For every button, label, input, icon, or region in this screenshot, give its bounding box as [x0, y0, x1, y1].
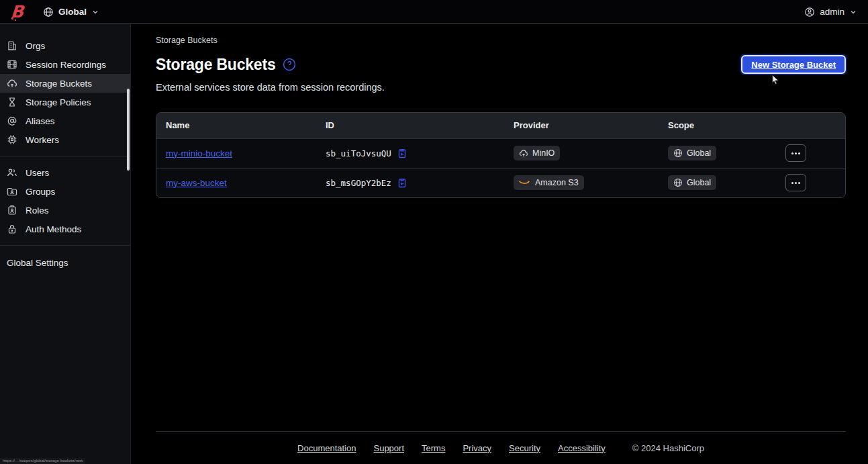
- sidebar-item-label: Aliases: [26, 116, 55, 126]
- column-header-id: ID: [316, 120, 504, 130]
- users-icon: [7, 167, 17, 178]
- table-row: my-minio-bucket sb_uiToJvsuQU MinIO: [156, 138, 845, 168]
- clipboard-copy-icon: [397, 148, 407, 158]
- row-overflow-menu-button[interactable]: [785, 144, 806, 162]
- sidebar-item-label: Users: [26, 168, 49, 178]
- page-description: External services store data from sessio…: [156, 82, 846, 93]
- sidebar: Orgs Session Recordings Storage Buckets …: [0, 24, 131, 464]
- user-circle-icon: [804, 7, 815, 17]
- sidebar-scrollbar-thumb[interactable]: [127, 89, 130, 171]
- sidebar-divider: [0, 245, 130, 246]
- storage-buckets-table: Name ID Provider Scope my-minio-bucket s…: [156, 112, 846, 198]
- sidebar-item-label: Orgs: [26, 41, 45, 51]
- aws-icon: [519, 180, 531, 186]
- page-title: Storage Buckets: [156, 56, 296, 74]
- lock-icon: [7, 224, 17, 234]
- scope-picker-label: Global: [58, 7, 87, 17]
- sidebar-item-label: Storage Policies: [26, 97, 91, 107]
- bucket-name-link[interactable]: my-aws-bucket: [166, 178, 227, 188]
- clipboard-copy-icon: [397, 177, 407, 188]
- provider-badge: MinIO: [514, 146, 560, 160]
- footer-link-privacy[interactable]: Privacy: [463, 443, 491, 453]
- user-menu-label: admin: [820, 7, 845, 17]
- sidebar-item-global-settings[interactable]: Global Settings: [0, 252, 130, 273]
- boundary-logo[interactable]: B: [11, 3, 28, 21]
- scope-badge: Global: [668, 146, 716, 160]
- main-content: Storage Buckets Storage Buckets New Stor…: [131, 24, 868, 464]
- cloud-upload-icon: [519, 148, 528, 158]
- sidebar-item-orgs[interactable]: Orgs: [0, 36, 130, 55]
- footer-link-security[interactable]: Security: [509, 443, 540, 453]
- sidebar-item-groups[interactable]: Groups: [0, 182, 130, 201]
- globe-icon: [43, 7, 54, 17]
- page-footer: Documentation Support Terms Privacy Secu…: [156, 431, 846, 464]
- table-row: my-aws-bucket sb_msGOpY2bEz Amazon S3: [156, 168, 845, 197]
- sidebar-item-storage-policies[interactable]: Storage Policies: [0, 93, 130, 111]
- bucket-id: sb_msGOpY2bEz: [326, 178, 391, 188]
- hourglass-icon: [7, 97, 17, 107]
- globe-icon: [673, 148, 683, 158]
- provider-badge: Amazon S3: [514, 175, 584, 190]
- scope-badge: Global: [668, 175, 716, 190]
- globe-icon: [673, 178, 683, 187]
- sidebar-item-roles[interactable]: Roles: [0, 201, 130, 220]
- column-header-scope: Scope: [659, 120, 776, 130]
- sidebar-item-label: Roles: [26, 205, 49, 216]
- folder-users-icon: [7, 186, 17, 197]
- user-menu[interactable]: admin: [804, 7, 857, 17]
- sidebar-item-label: Auth Methods: [26, 224, 81, 234]
- footer-link-accessibility[interactable]: Accessibility: [558, 443, 606, 453]
- column-header-provider: Provider: [504, 120, 659, 130]
- copyright-text: © 2024 HashiCorp: [632, 443, 704, 453]
- sidebar-divider: [0, 156, 130, 156]
- sidebar-item-label: Session Recordings: [26, 60, 106, 70]
- new-storage-bucket-button[interactable]: New Storage Bucket: [741, 55, 846, 74]
- sidebar-item-auth-methods[interactable]: Auth Methods: [0, 220, 130, 238]
- cloud-upload-icon: [7, 78, 17, 89]
- sidebar-item-label: Workers: [26, 135, 59, 145]
- sidebar-item-storage-buckets[interactable]: Storage Buckets: [0, 74, 130, 93]
- cpu-icon: [7, 134, 17, 145]
- title-row: Storage Buckets New Storage Bucket: [156, 55, 846, 74]
- scope-picker[interactable]: Global: [43, 7, 99, 17]
- footer-link-terms[interactable]: Terms: [422, 443, 445, 453]
- row-overflow-menu-button[interactable]: [785, 174, 806, 191]
- bucket-name-link[interactable]: my-minio-bucket: [166, 148, 232, 158]
- sidebar-item-label: Groups: [26, 187, 55, 197]
- copy-id-button[interactable]: [397, 177, 407, 188]
- sidebar-item-users[interactable]: Users: [0, 163, 130, 182]
- copy-id-button[interactable]: [397, 148, 407, 158]
- org-icon: [7, 40, 17, 51]
- sidebar-item-workers[interactable]: Workers: [0, 130, 130, 149]
- chevron-down-icon: [849, 8, 857, 16]
- sidebar-item-aliases[interactable]: Aliases: [0, 111, 130, 130]
- help-icon[interactable]: [283, 58, 296, 71]
- bucket-id: sb_uiToJvsuQU: [326, 148, 391, 158]
- sidebar-item-session-recordings[interactable]: Session Recordings: [0, 55, 130, 74]
- chevron-down-icon: [91, 8, 99, 16]
- sidebar-item-label: Storage Buckets: [26, 79, 92, 89]
- column-header-name: Name: [156, 120, 316, 130]
- breadcrumb[interactable]: Storage Buckets: [156, 36, 218, 45]
- footer-link-support[interactable]: Support: [373, 443, 404, 453]
- top-nav: B Global admin: [0, 0, 868, 24]
- id-badge-icon: [7, 205, 17, 216]
- status-bar: https://…/scopes/global/storage-buckets/…: [0, 458, 85, 464]
- footer-link-documentation[interactable]: Documentation: [297, 443, 356, 453]
- film-icon: [7, 59, 17, 70]
- table-header-row: Name ID Provider Scope: [156, 113, 845, 138]
- at-sign-icon: [7, 115, 17, 126]
